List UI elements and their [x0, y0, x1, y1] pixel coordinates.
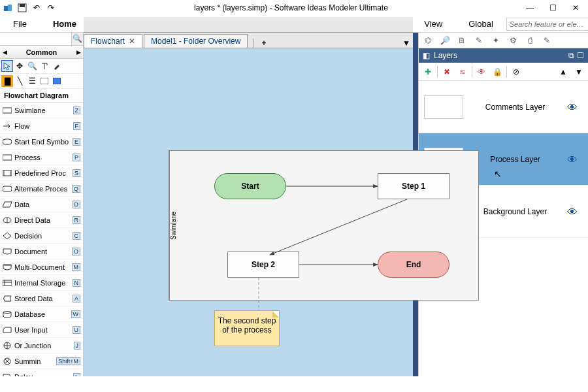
- shape-icon: [3, 310, 12, 318]
- move-down-icon[interactable]: ▼: [572, 65, 585, 78]
- eye-icon[interactable]: 👁: [567, 154, 583, 165]
- minimize-button[interactable]: —: [526, 3, 534, 12]
- menu-view[interactable]: View: [411, 16, 455, 31]
- shape-shortcut: Shift+M: [56, 357, 80, 365]
- shape-item[interactable]: Start End SymboE: [0, 134, 83, 150]
- shape-item[interactable]: Predefined ProcS: [0, 165, 83, 181]
- svg-point-18: [3, 311, 11, 313]
- shape-search-input[interactable]: [0, 33, 71, 45]
- line-icon[interactable]: ╲: [14, 75, 25, 87]
- node-step2[interactable]: Step 2: [227, 252, 299, 278]
- node-end[interactable]: End: [378, 252, 449, 278]
- layers-icon: ◧: [423, 51, 430, 60]
- panel-close-icon[interactable]: ☐: [577, 51, 584, 60]
- dropper-tool-icon[interactable]: [51, 60, 63, 72]
- eye-icon[interactable]: 👁: [567, 102, 583, 112]
- edit-icon[interactable]: ✎: [472, 34, 485, 47]
- shape-icon: [3, 248, 12, 255]
- text-tool-icon[interactable]: [39, 60, 50, 72]
- tab-flowchart[interactable]: Flowchart ✕: [84, 34, 142, 48]
- maximize-button[interactable]: ☐: [549, 3, 557, 12]
- chevron-left-icon[interactable]: ◀: [0, 49, 9, 56]
- shape-shortcut: M: [72, 263, 81, 271]
- shape-icon: [3, 154, 12, 161]
- shape-label: Alternate Proces: [14, 185, 69, 193]
- comment-note[interactable]: The second step of the process: [214, 310, 280, 346]
- tree-icon[interactable]: ⌬: [421, 34, 434, 47]
- shape-shortcut: O: [72, 248, 80, 255]
- shape-item[interactable]: Internal StorageN: [0, 275, 83, 291]
- shape-label: Or Junction: [14, 342, 71, 350]
- close-button[interactable]: ✕: [572, 3, 579, 12]
- visibility-icon[interactable]: 👁: [475, 65, 488, 78]
- tab-close-icon[interactable]: ✕: [129, 37, 135, 46]
- svg-rect-15: [3, 280, 12, 286]
- shape-item[interactable]: DatabaseW: [0, 306, 83, 322]
- chevron-right-icon[interactable]: ▶: [74, 49, 83, 56]
- shape-label: Process: [14, 154, 70, 161]
- undo-icon[interactable]: ↶: [31, 3, 42, 13]
- add-layer-icon[interactable]: ✚: [421, 65, 434, 78]
- shape-item[interactable]: Multi-DocumentM: [0, 259, 83, 275]
- save-icon[interactable]: [17, 3, 27, 13]
- title-bar: ↶ ↷ layers * (layers.simp) - Software Id…: [0, 0, 588, 16]
- search-icon[interactable]: 🔍: [71, 33, 83, 45]
- zoom-tool-icon[interactable]: 🔍: [26, 60, 38, 72]
- gear-icon[interactable]: ⚙: [506, 34, 519, 47]
- move-tool-icon[interactable]: ✥: [14, 60, 25, 72]
- shape-item[interactable]: Stored DataA: [0, 291, 83, 306]
- shape-item[interactable]: DecisionC: [0, 228, 83, 244]
- print-icon[interactable]: ⎙: [523, 34, 536, 47]
- redo-icon[interactable]: ↷: [46, 3, 56, 13]
- shape-item[interactable]: DataD: [0, 197, 83, 212]
- shape-item[interactable]: Alternate ProcesQ: [0, 181, 83, 197]
- fill-rect-icon[interactable]: [51, 75, 63, 87]
- list-icon[interactable]: ☰: [26, 75, 38, 87]
- shape-icon: [3, 342, 12, 350]
- shape-shortcut: R: [73, 216, 81, 224]
- node-step1[interactable]: Step 1: [378, 173, 449, 199]
- tab-folder-overview[interactable]: Model1 - Folder Overview: [144, 34, 248, 48]
- quick-access-toolbar: ↶ ↷: [3, 3, 56, 13]
- menu-global[interactable]: Global: [455, 16, 506, 31]
- rect-icon[interactable]: [39, 75, 50, 87]
- highlight-icon[interactable]: ✎: [540, 34, 553, 47]
- eye-icon[interactable]: 👁: [567, 206, 583, 217]
- node-start[interactable]: Start: [214, 173, 286, 199]
- menu-file[interactable]: File: [0, 16, 40, 31]
- layer-item[interactable]: Comments Layer👁: [419, 81, 588, 133]
- folder-icon[interactable]: ▇: [1, 75, 13, 87]
- shape-item[interactable]: DelayL: [0, 369, 83, 376]
- shape-item[interactable]: DocumentO: [0, 244, 83, 259]
- category-header[interactable]: ◀ Common ▶: [0, 46, 83, 59]
- layers-panel-header[interactable]: ◧ Layers ⧉☐: [419, 48, 588, 63]
- diagram-canvas[interactable]: Swimlane Start Step 1 Step 2 End The sec…: [84, 33, 413, 376]
- shape-item[interactable]: User InputU: [0, 322, 83, 338]
- menu-home[interactable]: Home: [40, 16, 90, 31]
- shape-item[interactable]: SumminShift+M: [0, 353, 83, 369]
- shape-icon: [3, 357, 12, 365]
- shape-item[interactable]: Or JunctionJ: [0, 338, 83, 353]
- svg-rect-0: [4, 6, 8, 11]
- shape-label: User Input: [14, 326, 70, 334]
- shape-item[interactable]: ProcessP: [0, 150, 83, 165]
- doc-icon[interactable]: 🗎: [455, 34, 468, 47]
- shape-item[interactable]: SwimlaneZ: [0, 103, 83, 118]
- styles-icon[interactable]: ✦: [489, 34, 502, 47]
- search-input[interactable]: [506, 18, 588, 31]
- shape-item[interactable]: Direct DataR: [0, 212, 83, 228]
- add-tab-icon[interactable]: +: [261, 39, 266, 48]
- shape-sidebar: 🔍 ◀ Common ▶ ✥ 🔍 ▇ ╲ ☰ Flowchart Diagram…: [0, 33, 84, 376]
- tab-menu-icon[interactable]: ▼: [402, 39, 410, 48]
- pin-icon[interactable]: ⧉: [568, 51, 574, 60]
- pointer-tool-icon[interactable]: [1, 60, 13, 72]
- block-icon[interactable]: ⊘: [510, 65, 523, 78]
- lock-icon[interactable]: 🔒: [491, 65, 504, 78]
- shape-item[interactable]: FlowF: [0, 118, 83, 134]
- delete-layer-icon[interactable]: ✖: [440, 65, 453, 78]
- merge-layer-icon[interactable]: ≋: [456, 65, 469, 78]
- move-up-icon[interactable]: ▲: [557, 65, 570, 78]
- document-tabs: [84, 17, 413, 33]
- find-icon[interactable]: 🔎: [438, 34, 451, 47]
- layer-name: Comments Layer: [468, 103, 562, 112]
